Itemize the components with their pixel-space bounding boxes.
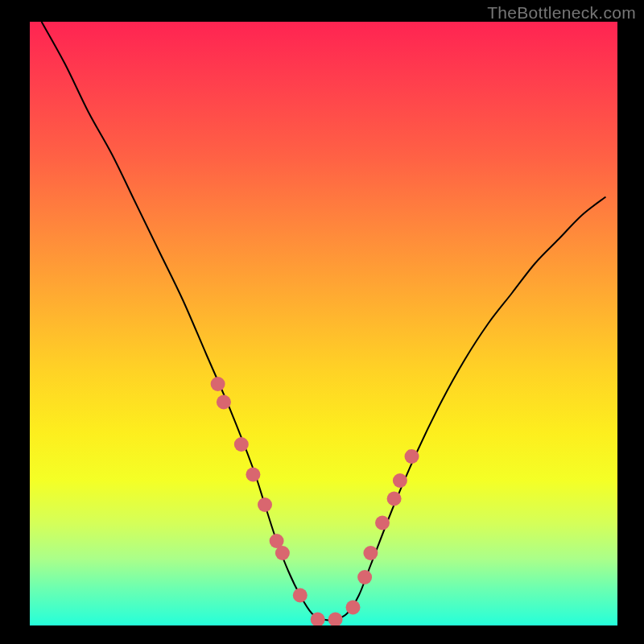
- highlight-dot: [328, 613, 343, 626]
- highlight-dot: [387, 492, 402, 506]
- highlight-dot: [293, 588, 308, 603]
- highlight-dot: [246, 468, 260, 482]
- plot-area: [30, 22, 617, 625]
- watermark-text: TheBottleneck.com: [487, 3, 636, 23]
- plot-svg: [30, 22, 617, 625]
- highlight-dot: [211, 377, 225, 391]
- highlight-dot: [375, 516, 390, 530]
- highlight-dot: [393, 473, 407, 488]
- highlight-dot: [258, 497, 272, 512]
- highlight-dot: [405, 449, 419, 464]
- highlight-dot: [217, 395, 231, 410]
- bottleneck-curve: [42, 22, 606, 620]
- chart-frame: TheBottleneck.com: [0, 0, 644, 644]
- highlight-dot: [357, 570, 372, 584]
- highlight-dot: [275, 546, 290, 560]
- highlight-dots-group: [211, 377, 419, 625]
- highlight-dot: [363, 546, 378, 560]
- highlight-dot: [234, 437, 249, 452]
- highlight-dot: [346, 601, 361, 615]
